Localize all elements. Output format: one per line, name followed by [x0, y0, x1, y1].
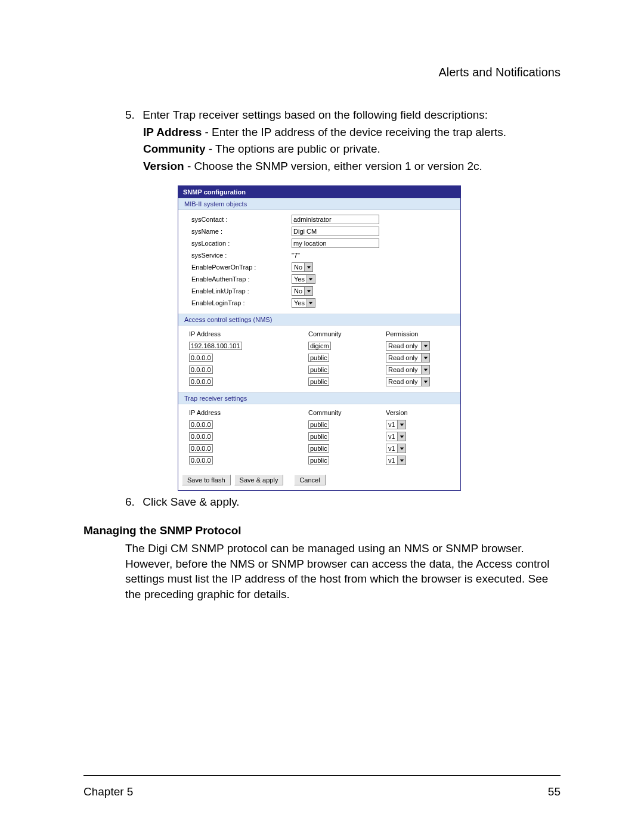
trap-comm-input[interactable]: public: [308, 456, 329, 465]
sysname-label: sysName :: [191, 228, 292, 235]
step-6-number: 6.: [125, 496, 140, 509]
chevron-down-icon: [304, 287, 312, 295]
step-5: 5. Enter Trap receiver settings based on…: [125, 107, 561, 175]
step-6-btn: Save & apply: [171, 496, 237, 508]
acs-perm-value: Read only: [386, 378, 421, 385]
chevron-down-icon: [421, 354, 429, 362]
page-header: Alerts and Notifications: [83, 66, 561, 79]
acs-perm-select[interactable]: Read only: [386, 341, 430, 351]
save-to-flash-button[interactable]: Save to flash: [182, 475, 231, 485]
poweron-value: No: [292, 264, 304, 271]
trap-comm-input[interactable]: public: [308, 432, 329, 441]
poweron-select[interactable]: No: [292, 262, 313, 272]
trap-ver-value: v1: [386, 421, 397, 428]
acs-grid: IP Address Community Permission 192.168.…: [178, 326, 460, 392]
linkup-select[interactable]: No: [292, 286, 313, 296]
linkup-value: No: [292, 287, 304, 295]
ip-address-label: IP Address: [143, 126, 202, 138]
trap-ip-input[interactable]: 0.0.0.0: [189, 432, 213, 441]
trap-ip-input[interactable]: 0.0.0.0: [189, 456, 213, 465]
authen-label: EnableAuthenTrap :: [191, 275, 292, 283]
trap-ver-value: v1: [386, 433, 397, 440]
trap-col-ip: IP Address: [189, 409, 308, 416]
trap-col-comm: Community: [308, 409, 386, 416]
panel-title: SNMP configuration: [178, 186, 460, 198]
acs-perm-select[interactable]: Read only: [386, 377, 430, 386]
acs-ip-input[interactable]: 192.168.100.101: [189, 342, 242, 350]
trap-row: 0.0.0.0 public v1: [189, 431, 456, 442]
acs-perm-value: Read only: [386, 354, 421, 361]
acs-ip-input[interactable]: 0.0.0.0: [189, 354, 213, 362]
login-label: EnableLoginTrap :: [191, 299, 292, 306]
trap-col-ver: Version: [386, 409, 445, 416]
acs-ip-input[interactable]: 0.0.0.0: [189, 377, 213, 386]
trap-grid: IP Address Community Version 0.0.0.0 pub…: [178, 404, 460, 471]
authen-value: Yes: [292, 275, 306, 283]
syslocation-label: sysLocation :: [191, 240, 292, 247]
managing-paragraph: The Digi CM SNMP protocol can be managed…: [125, 541, 561, 602]
poweron-label: EnablePowerOnTrap :: [191, 264, 292, 271]
acs-perm-value: Read only: [386, 342, 421, 349]
acs-col-perm: Permission: [386, 330, 445, 337]
trap-ip-input[interactable]: 0.0.0.0: [189, 420, 213, 429]
sysservice-value: "7": [292, 252, 300, 259]
acs-row: 192.168.100.101 digicm Read only: [189, 340, 456, 352]
community-desc: - The options are public or private.: [206, 143, 380, 155]
acs-row: 0.0.0.0 public Read only: [189, 352, 456, 364]
trap-ver-select[interactable]: v1: [386, 456, 406, 465]
acs-comm-input[interactable]: public: [308, 354, 329, 362]
footer-page-number: 55: [548, 785, 561, 798]
save-apply-button[interactable]: Save & apply: [234, 475, 284, 485]
mib-section-header: MIB-II system objects: [178, 198, 460, 210]
cancel-button[interactable]: Cancel: [294, 475, 325, 485]
syscontact-input[interactable]: administrator: [292, 215, 379, 224]
acs-perm-value: Read only: [386, 366, 421, 373]
trap-ip-input[interactable]: 0.0.0.0: [189, 444, 213, 453]
acs-ip-input[interactable]: 0.0.0.0: [189, 366, 213, 374]
community-label: Community: [143, 143, 206, 155]
mib-form: sysContact : administrator sysName : Dig…: [178, 210, 460, 314]
trap-row: 0.0.0.0 public v1: [189, 419, 456, 431]
login-value: Yes: [292, 299, 306, 306]
acs-perm-select[interactable]: Read only: [386, 353, 430, 363]
chevron-down-icon: [397, 432, 405, 441]
acs-section-header: Access control settings (NMS): [178, 314, 460, 326]
chevron-down-icon: [397, 420, 405, 429]
acs-row: 0.0.0.0 public Read only: [189, 364, 456, 376]
version-desc: - Choose the SNMP version, either versio…: [184, 160, 482, 172]
authen-select[interactable]: Yes: [292, 274, 315, 284]
chevron-down-icon: [397, 456, 405, 465]
acs-row: 0.0.0.0 public Read only: [189, 376, 456, 388]
trap-comm-input[interactable]: public: [308, 444, 329, 453]
chevron-down-icon: [397, 444, 405, 453]
trap-ver-value: v1: [386, 445, 397, 452]
acs-col-comm: Community: [308, 330, 386, 337]
chevron-down-icon: [421, 377, 429, 386]
chevron-down-icon: [304, 263, 312, 271]
trap-ver-select[interactable]: v1: [386, 420, 406, 429]
subheading: Managing the SNMP Protocol: [83, 524, 561, 537]
snmp-config-panel: SNMP configuration MIB-II system objects…: [178, 185, 461, 491]
footer-rule: [83, 775, 561, 776]
trap-ver-select[interactable]: v1: [386, 444, 406, 453]
step-5-number: 5.: [125, 107, 140, 124]
page-footer: Chapter 5 55: [83, 785, 561, 798]
chevron-down-icon: [421, 342, 429, 350]
trap-section-header: Trap receiver settings: [178, 392, 460, 404]
acs-col-ip: IP Address: [189, 330, 308, 337]
chevron-down-icon: [306, 299, 315, 307]
chevron-down-icon: [421, 366, 429, 374]
sysname-input[interactable]: Digi CM: [292, 227, 379, 236]
trap-row: 0.0.0.0 public v1: [189, 454, 456, 466]
acs-perm-select[interactable]: Read only: [386, 365, 430, 374]
syslocation-input[interactable]: my location: [292, 239, 379, 248]
step-6-pre: Click: [143, 496, 170, 508]
acs-comm-input[interactable]: public: [308, 366, 329, 374]
trap-row: 0.0.0.0 public v1: [189, 442, 456, 454]
trap-ver-select[interactable]: v1: [386, 432, 406, 441]
login-select[interactable]: Yes: [292, 298, 315, 308]
trap-comm-input[interactable]: public: [308, 420, 329, 429]
ip-address-desc: - Enter the IP address of the device rec…: [202, 126, 506, 138]
acs-comm-input[interactable]: public: [308, 377, 329, 386]
acs-comm-input[interactable]: digicm: [308, 342, 331, 350]
